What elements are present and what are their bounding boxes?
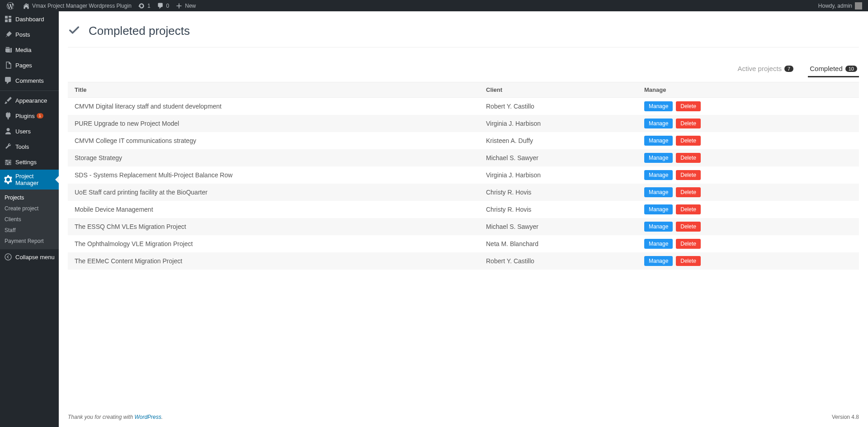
table-row: The ESSQ ChM VLEs Migration Project Mich… [68,218,859,235]
manage-button[interactable]: Manage [644,222,673,232]
delete-button[interactable]: Delete [676,187,701,197]
sidebar-item-label: Appearance [15,97,47,104]
site-link[interactable]: Vmax Project Manager Wordpress Plugin [19,0,135,11]
page-header: Completed projects [68,19,859,47]
delete-button[interactable]: Delete [676,119,701,128]
collapse-icon [4,252,13,261]
tab-label: Completed [810,65,843,72]
cell-title: CMVM Digital literacy staff and student … [68,98,479,115]
cell-client: Christy R. Hovis [479,184,637,201]
delete-button[interactable]: Delete [676,256,701,266]
cell-title: PURE Upgrade to new Project Model [68,115,479,132]
sidebar-item-plugins[interactable]: Plugins1 [0,108,59,123]
sidebar-item-label: Posts [15,31,30,38]
pages-icon [4,61,13,70]
delete-button[interactable]: Delete [676,153,701,163]
submenu-item-clients[interactable]: Clients [0,214,59,225]
sidebar-item-settings[interactable]: Settings [0,154,59,170]
sidebar-item-dashboard[interactable]: Dashboard [0,11,59,27]
collapse-menu[interactable]: Collapse menu [0,249,59,265]
howdy-text: Howdy, admin [818,3,852,9]
tab-active-projects[interactable]: Active projects 7 [736,61,796,77]
sidebar-item-project-manager[interactable]: Project Manager [0,170,59,190]
update-badge: 1 [37,113,43,119]
table-row: Mobile Device Management Christy R. Hovi… [68,201,859,218]
table-row: CMVM Digital literacy staff and student … [68,98,859,115]
submenu-item-create-project[interactable]: Create project [0,203,59,214]
sidebar-item-label: Plugins [15,113,35,119]
sidebar-item-appearance[interactable]: Appearance [0,93,59,108]
manage-button[interactable]: Manage [644,170,673,180]
settings-icon [4,157,13,166]
sidebar-item-users[interactable]: Users [0,123,59,139]
sidebar-item-posts[interactable]: Posts [0,27,59,42]
manage-button[interactable]: Manage [644,136,673,146]
project-manager-submenu: ProjectsCreate projectClientsStaffPaymen… [0,190,59,249]
cell-actions: Manage Delete [637,132,859,149]
delete-button[interactable]: Delete [676,204,701,214]
comments-count: 0 [166,3,170,9]
tab-badge: 7 [784,66,793,72]
plugin-icon [4,111,13,120]
delete-button[interactable]: Delete [676,239,701,249]
cell-client: Virginia J. Harbison [479,166,637,184]
sidebar-item-label: Tools [15,143,29,150]
cell-actions: Manage Delete [637,201,859,218]
col-manage: Manage [637,82,859,98]
cell-title: The Ophthalmology VLE Migration Project [68,235,479,252]
account-link[interactable]: Howdy, admin [818,2,864,9]
sidebar-item-media[interactable]: Media [0,42,59,57]
site-name: Vmax Project Manager Wordpress Plugin [32,3,132,9]
cell-title: Mobile Device Management [68,201,479,218]
submenu-item-projects[interactable]: Projects [0,192,59,203]
sidebar-item-pages[interactable]: Pages [0,57,59,73]
sidebar-item-label: Comments [15,77,44,84]
svg-point-2 [7,164,9,165]
col-client: Client [479,82,637,98]
table-row: CMVM College IT communications strategy … [68,132,859,149]
tab-completed[interactable]: Completed 10 [808,61,859,77]
topbar-left: Vmax Project Manager Wordpress Plugin 1 … [4,0,199,11]
delete-button[interactable]: Delete [676,136,701,146]
cell-actions: Manage Delete [637,115,859,132]
delete-button[interactable]: Delete [676,222,701,232]
media-icon [4,45,13,54]
delete-button[interactable]: Delete [676,170,701,180]
submenu-item-payment-report[interactable]: Payment Report [0,236,59,247]
refresh-icon [138,2,145,9]
updates-count: 1 [147,3,151,9]
manage-button[interactable]: Manage [644,239,673,249]
manage-button[interactable]: Manage [644,119,673,128]
table-row: SDS - Systems Replacement Multi-Project … [68,166,859,184]
checkmark-icon [68,24,80,38]
delete-button[interactable]: Delete [676,101,701,111]
gear-icon [4,175,13,184]
manage-button[interactable]: Manage [644,187,673,197]
cell-client: Michael S. Sawyer [479,149,637,166]
brush-icon [4,96,13,105]
updates-link[interactable]: 1 [135,0,154,11]
sidebar-item-label: Settings [15,159,37,166]
new-link[interactable]: New [172,0,199,11]
cell-actions: Manage Delete [637,218,859,235]
sidebar-item-comments[interactable]: Comments [0,73,59,88]
comment-icon [157,2,164,9]
cell-actions: Manage Delete [637,252,859,270]
admin-sidebar: DashboardPostsMediaPagesCommentsAppearan… [0,11,59,427]
manage-button[interactable]: Manage [644,204,673,214]
manage-button[interactable]: Manage [644,101,673,111]
submenu-item-staff[interactable]: Staff [0,225,59,236]
sidebar-item-tools[interactable]: Tools [0,139,59,154]
table-row: UoE Staff card printing facility at the … [68,184,859,201]
cell-actions: Manage Delete [637,235,859,252]
wordpress-link[interactable]: WordPress [134,414,161,420]
manage-button[interactable]: Manage [644,256,673,266]
wp-logo[interactable] [4,0,19,11]
manage-button[interactable]: Manage [644,153,673,163]
admin-topbar: Vmax Project Manager Wordpress Plugin 1 … [0,0,868,11]
pin-icon [4,30,13,39]
cell-title: The EEMeC Content Migration Project [68,252,479,270]
cell-actions: Manage Delete [637,166,859,184]
comments-link[interactable]: 0 [154,0,173,11]
svg-point-0 [6,160,8,161]
